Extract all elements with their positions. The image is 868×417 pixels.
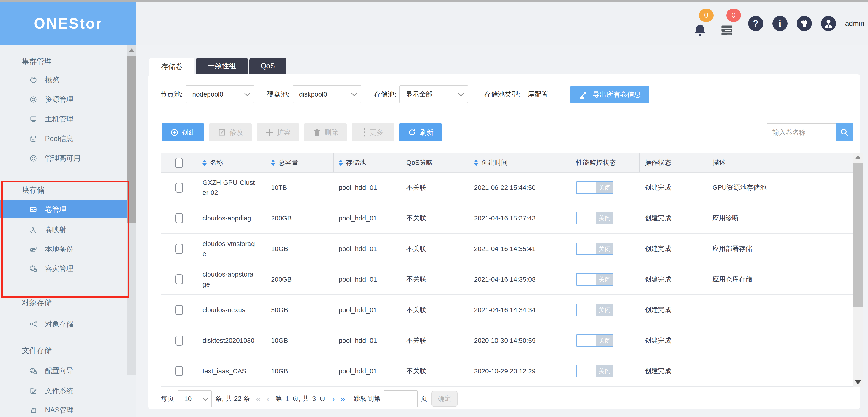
disk-pool-select[interactable]: diskpool0 <box>293 85 361 103</box>
row-checkbox[interactable] <box>175 183 183 193</box>
jump-page-input[interactable] <box>384 390 417 407</box>
volume-name: cloudos-appdiag <box>203 213 255 223</box>
sidebar-item-pool-info[interactable]: Pool信息 <box>0 129 127 148</box>
prev-page-button[interactable]: ‹ <box>267 394 270 403</box>
user-avatar-icon <box>823 19 834 29</box>
page-middle: 页, 共 <box>292 394 309 403</box>
table-row[interactable]: cloudos-appstorage 200GB pool_hdd_01 不关联… <box>161 264 854 295</box>
table-row[interactable]: cloudos-vmstorage 10GB pool_hdd_01 不关联 2… <box>161 234 854 264</box>
sidebar-item-mgmt-ha[interactable]: 管理高可用 <box>0 149 127 168</box>
perf-monitor-toggle[interactable]: 关闭 <box>576 243 613 255</box>
perf-monitor-toggle[interactable]: 关闭 <box>576 212 613 224</box>
page-size-select[interactable]: 10 <box>178 390 212 407</box>
row-checkbox[interactable] <box>175 244 183 254</box>
sidebar-item-object-storage[interactable]: 对象存储 <box>0 315 127 334</box>
sidebar-scroll-up-arrow[interactable] <box>129 48 134 52</box>
row-checkbox[interactable] <box>175 366 183 376</box>
column-header-capacity[interactable]: 总容量 <box>266 153 334 172</box>
select-all-checkbox[interactable] <box>175 158 183 168</box>
table-row[interactable]: cloudos-nexus 50GB pool_hdd_01 不关联 2021-… <box>161 295 854 325</box>
volume-created: 2021-04-16 14:34:34 <box>469 295 571 325</box>
table-scroll-up-arrow[interactable] <box>855 155 861 159</box>
more-button[interactable]: 更多 <box>352 124 394 141</box>
tab-consistency-group[interactable]: 一致性组 <box>196 58 248 74</box>
last-page-button[interactable]: » <box>340 394 345 403</box>
node-pool-select[interactable]: nodepool0 <box>186 85 254 103</box>
column-header-name[interactable]: 名称 <box>197 153 266 172</box>
volume-name: disktest20201030 <box>203 336 255 346</box>
table-scrollbar[interactable] <box>854 153 863 387</box>
table-row[interactable]: disktest20201030 10GB pool_hdd_01 不关联 20… <box>161 325 854 356</box>
row-checkbox[interactable] <box>175 274 183 284</box>
perf-monitor-toggle[interactable]: 关闭 <box>576 335 613 347</box>
toggle-knob <box>577 212 596 224</box>
sidebar-item-config-wizard[interactable]: 配置向导 <box>0 361 127 380</box>
chevron-down-icon <box>351 91 357 96</box>
volume-qos: 不关联 <box>401 295 469 325</box>
sort-icon[interactable] <box>271 160 275 166</box>
toggle-label: 关闭 <box>596 212 613 224</box>
table-row[interactable]: test_iaas_CAS 10GB pool_hdd_01 不关联 2020-… <box>161 356 854 387</box>
volume-capacity: 10GB <box>266 356 334 386</box>
volume-created: 2020-10-29 20:12:29 <box>469 356 571 386</box>
help-button[interactable]: ? <box>748 16 763 31</box>
volume-qos: 不关联 <box>401 173 469 203</box>
sidebar-item-hosts[interactable]: 主机管理 <box>0 110 127 129</box>
table-header-row: 名称 总容量 存储池 QoS策略 创建时间 性能监控状态 操作状态 <box>161 153 854 173</box>
pagination-bar: 每页 10 条, 共 22 条 « ‹ 第 1 页, 共 3 页 › » 跳转到… <box>161 389 458 409</box>
column-header-pool[interactable]: 存储池 <box>334 153 401 172</box>
volume-name: cloudos-nexus <box>203 305 255 315</box>
volume-table: 名称 总容量 存储池 QoS策略 创建时间 性能监控状态 操作状态 <box>161 153 863 387</box>
search-input[interactable] <box>767 124 836 141</box>
volume-pool: pool_hdd_01 <box>334 203 401 233</box>
perf-monitor-toggle[interactable]: 关闭 <box>576 273 613 285</box>
search-button[interactable] <box>836 124 854 141</box>
toggle-knob <box>577 304 596 316</box>
sidebar-item-overview[interactable]: 概览 <box>0 70 127 90</box>
row-checkbox[interactable] <box>175 336 183 346</box>
sidebar-item-file-system[interactable]: 文件系统 <box>0 381 127 401</box>
table-scroll-down-arrow[interactable] <box>855 380 861 384</box>
delete-button[interactable]: 删除 <box>304 124 347 141</box>
sidebar-item-resources[interactable]: 资源管理 <box>0 90 127 109</box>
user-menu-button[interactable] <box>821 16 836 31</box>
table-scroll-thumb[interactable] <box>854 163 863 307</box>
tab-qos[interactable]: QoS <box>249 58 286 74</box>
storage-pool-select[interactable]: 显示全部 <box>400 85 468 103</box>
refresh-button[interactable]: 刷新 <box>399 124 442 141</box>
next-page-button[interactable]: › <box>332 394 335 403</box>
column-header-description: 描述 <box>707 153 854 172</box>
volume-pool: pool_hdd_01 <box>334 356 401 386</box>
column-header-created[interactable]: 创建时间 <box>469 153 571 172</box>
theme-button[interactable] <box>797 16 812 31</box>
confirm-button[interactable]: 确定 <box>432 391 458 407</box>
about-button[interactable]: i <box>772 16 787 31</box>
volume-search <box>767 124 854 141</box>
per-page-label: 每页 <box>161 394 174 403</box>
first-page-button[interactable]: « <box>256 394 261 403</box>
sort-icon[interactable] <box>339 160 343 166</box>
volume-op-status: 创建完成 <box>640 325 707 356</box>
perf-monitor-toggle[interactable]: 关闭 <box>576 181 613 194</box>
volume-description <box>707 295 854 325</box>
alarm-button[interactable]: 0 <box>693 9 712 38</box>
table-row[interactable]: GXZH-GPU-Cluster-02 10TB pool_hdd_01 不关联… <box>161 173 854 203</box>
total-pages: 3 <box>312 395 316 403</box>
row-checkbox[interactable] <box>175 213 183 223</box>
modify-button[interactable]: 修改 <box>209 124 252 141</box>
sidebar-item-nas-mgmt[interactable]: NAS管理 <box>0 401 127 417</box>
task-button[interactable]: 0 <box>721 9 739 38</box>
toggle-label: 关闭 <box>596 243 613 254</box>
tab-storage-volume[interactable]: 存储卷 <box>149 58 194 75</box>
row-checkbox[interactable] <box>175 305 183 315</box>
table-row[interactable]: cloudos-appdiag 200GB pool_hdd_01 不关联 20… <box>161 203 854 234</box>
expand-button[interactable]: 扩容 <box>257 124 299 141</box>
sort-icon[interactable] <box>474 160 478 166</box>
create-button[interactable]: 创建 <box>162 124 204 141</box>
annotation-red-rectangle <box>1 181 129 298</box>
perf-monitor-toggle[interactable]: 关闭 <box>576 304 613 316</box>
perf-monitor-toggle[interactable]: 关闭 <box>576 365 613 377</box>
sort-icon[interactable] <box>203 160 207 166</box>
volume-op-status: 创建完成 <box>640 203 707 233</box>
export-all-volumes-button[interactable]: 导出所有卷信息 <box>570 86 649 103</box>
